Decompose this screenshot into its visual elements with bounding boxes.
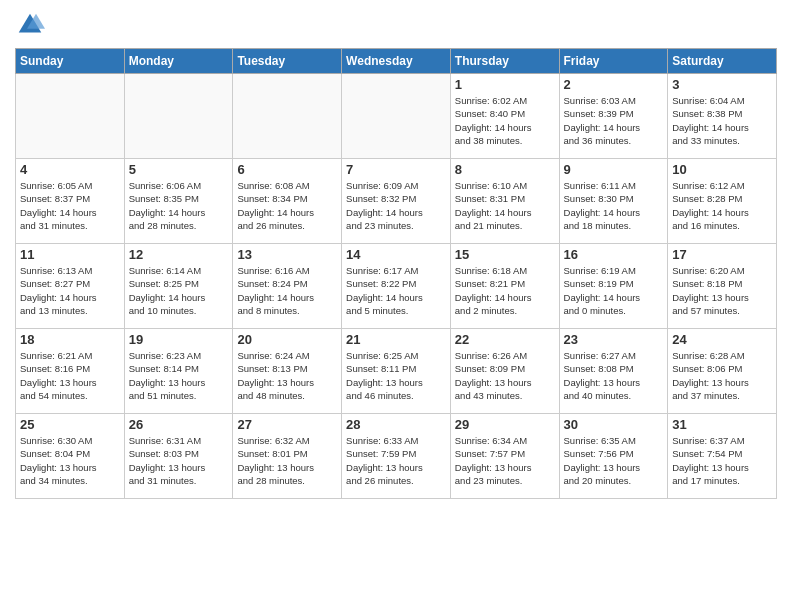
day-info: Sunrise: 6:26 AM Sunset: 8:09 PM Dayligh…: [455, 349, 555, 402]
calendar-cell: 12Sunrise: 6:14 AM Sunset: 8:25 PM Dayli…: [124, 244, 233, 329]
day-info: Sunrise: 6:04 AM Sunset: 8:38 PM Dayligh…: [672, 94, 772, 147]
calendar-cell: 24Sunrise: 6:28 AM Sunset: 8:06 PM Dayli…: [668, 329, 777, 414]
day-number: 22: [455, 332, 555, 347]
day-info: Sunrise: 6:08 AM Sunset: 8:34 PM Dayligh…: [237, 179, 337, 232]
day-number: 11: [20, 247, 120, 262]
day-number: 31: [672, 417, 772, 432]
day-number: 8: [455, 162, 555, 177]
day-number: 27: [237, 417, 337, 432]
day-number: 19: [129, 332, 229, 347]
calendar-cell: 28Sunrise: 6:33 AM Sunset: 7:59 PM Dayli…: [342, 414, 451, 499]
day-info: Sunrise: 6:18 AM Sunset: 8:21 PM Dayligh…: [455, 264, 555, 317]
day-info: Sunrise: 6:12 AM Sunset: 8:28 PM Dayligh…: [672, 179, 772, 232]
day-number: 9: [564, 162, 664, 177]
calendar-cell: 1Sunrise: 6:02 AM Sunset: 8:40 PM Daylig…: [450, 74, 559, 159]
day-number: 7: [346, 162, 446, 177]
calendar-week-5: 25Sunrise: 6:30 AM Sunset: 8:04 PM Dayli…: [16, 414, 777, 499]
calendar-cell: 27Sunrise: 6:32 AM Sunset: 8:01 PM Dayli…: [233, 414, 342, 499]
calendar-cell: [342, 74, 451, 159]
day-info: Sunrise: 6:10 AM Sunset: 8:31 PM Dayligh…: [455, 179, 555, 232]
day-number: 16: [564, 247, 664, 262]
day-header-monday: Monday: [124, 49, 233, 74]
calendar-cell: [124, 74, 233, 159]
calendar-cell: 15Sunrise: 6:18 AM Sunset: 8:21 PM Dayli…: [450, 244, 559, 329]
calendar-cell: 3Sunrise: 6:04 AM Sunset: 8:38 PM Daylig…: [668, 74, 777, 159]
day-info: Sunrise: 6:11 AM Sunset: 8:30 PM Dayligh…: [564, 179, 664, 232]
day-number: 17: [672, 247, 772, 262]
calendar-cell: 30Sunrise: 6:35 AM Sunset: 7:56 PM Dayli…: [559, 414, 668, 499]
day-number: 25: [20, 417, 120, 432]
header-row: SundayMondayTuesdayWednesdayThursdayFrid…: [16, 49, 777, 74]
calendar-week-2: 4Sunrise: 6:05 AM Sunset: 8:37 PM Daylig…: [16, 159, 777, 244]
calendar-cell: 5Sunrise: 6:06 AM Sunset: 8:35 PM Daylig…: [124, 159, 233, 244]
calendar-cell: [16, 74, 125, 159]
calendar-table: SundayMondayTuesdayWednesdayThursdayFrid…: [15, 48, 777, 499]
calendar-cell: 2Sunrise: 6:03 AM Sunset: 8:39 PM Daylig…: [559, 74, 668, 159]
calendar-week-1: 1Sunrise: 6:02 AM Sunset: 8:40 PM Daylig…: [16, 74, 777, 159]
day-info: Sunrise: 6:37 AM Sunset: 7:54 PM Dayligh…: [672, 434, 772, 487]
calendar-cell: 21Sunrise: 6:25 AM Sunset: 8:11 PM Dayli…: [342, 329, 451, 414]
day-number: 24: [672, 332, 772, 347]
day-info: Sunrise: 6:14 AM Sunset: 8:25 PM Dayligh…: [129, 264, 229, 317]
calendar-cell: 9Sunrise: 6:11 AM Sunset: 8:30 PM Daylig…: [559, 159, 668, 244]
day-header-friday: Friday: [559, 49, 668, 74]
day-info: Sunrise: 6:30 AM Sunset: 8:04 PM Dayligh…: [20, 434, 120, 487]
day-number: 6: [237, 162, 337, 177]
calendar-cell: 10Sunrise: 6:12 AM Sunset: 8:28 PM Dayli…: [668, 159, 777, 244]
day-info: Sunrise: 6:27 AM Sunset: 8:08 PM Dayligh…: [564, 349, 664, 402]
day-number: 13: [237, 247, 337, 262]
day-header-thursday: Thursday: [450, 49, 559, 74]
calendar-cell: [233, 74, 342, 159]
calendar-cell: 18Sunrise: 6:21 AM Sunset: 8:16 PM Dayli…: [16, 329, 125, 414]
day-number: 5: [129, 162, 229, 177]
calendar-cell: 6Sunrise: 6:08 AM Sunset: 8:34 PM Daylig…: [233, 159, 342, 244]
logo-icon: [15, 10, 45, 40]
calendar-cell: 14Sunrise: 6:17 AM Sunset: 8:22 PM Dayli…: [342, 244, 451, 329]
day-number: 21: [346, 332, 446, 347]
day-number: 4: [20, 162, 120, 177]
calendar-cell: 31Sunrise: 6:37 AM Sunset: 7:54 PM Dayli…: [668, 414, 777, 499]
day-number: 28: [346, 417, 446, 432]
calendar-cell: 20Sunrise: 6:24 AM Sunset: 8:13 PM Dayli…: [233, 329, 342, 414]
day-info: Sunrise: 6:34 AM Sunset: 7:57 PM Dayligh…: [455, 434, 555, 487]
calendar-cell: 29Sunrise: 6:34 AM Sunset: 7:57 PM Dayli…: [450, 414, 559, 499]
day-info: Sunrise: 6:21 AM Sunset: 8:16 PM Dayligh…: [20, 349, 120, 402]
calendar-cell: 22Sunrise: 6:26 AM Sunset: 8:09 PM Dayli…: [450, 329, 559, 414]
calendar-cell: 7Sunrise: 6:09 AM Sunset: 8:32 PM Daylig…: [342, 159, 451, 244]
calendar-week-3: 11Sunrise: 6:13 AM Sunset: 8:27 PM Dayli…: [16, 244, 777, 329]
day-number: 18: [20, 332, 120, 347]
day-info: Sunrise: 6:17 AM Sunset: 8:22 PM Dayligh…: [346, 264, 446, 317]
day-info: Sunrise: 6:23 AM Sunset: 8:14 PM Dayligh…: [129, 349, 229, 402]
day-header-tuesday: Tuesday: [233, 49, 342, 74]
day-info: Sunrise: 6:06 AM Sunset: 8:35 PM Dayligh…: [129, 179, 229, 232]
header: [15, 10, 777, 40]
day-info: Sunrise: 6:13 AM Sunset: 8:27 PM Dayligh…: [20, 264, 120, 317]
day-info: Sunrise: 6:32 AM Sunset: 8:01 PM Dayligh…: [237, 434, 337, 487]
calendar-cell: 23Sunrise: 6:27 AM Sunset: 8:08 PM Dayli…: [559, 329, 668, 414]
calendar-week-4: 18Sunrise: 6:21 AM Sunset: 8:16 PM Dayli…: [16, 329, 777, 414]
day-number: 2: [564, 77, 664, 92]
day-number: 1: [455, 77, 555, 92]
calendar-cell: 11Sunrise: 6:13 AM Sunset: 8:27 PM Dayli…: [16, 244, 125, 329]
day-number: 20: [237, 332, 337, 347]
day-number: 14: [346, 247, 446, 262]
day-number: 29: [455, 417, 555, 432]
day-info: Sunrise: 6:02 AM Sunset: 8:40 PM Dayligh…: [455, 94, 555, 147]
day-header-sunday: Sunday: [16, 49, 125, 74]
calendar-cell: 4Sunrise: 6:05 AM Sunset: 8:37 PM Daylig…: [16, 159, 125, 244]
day-info: Sunrise: 6:16 AM Sunset: 8:24 PM Dayligh…: [237, 264, 337, 317]
day-info: Sunrise: 6:03 AM Sunset: 8:39 PM Dayligh…: [564, 94, 664, 147]
day-number: 23: [564, 332, 664, 347]
day-header-saturday: Saturday: [668, 49, 777, 74]
day-info: Sunrise: 6:05 AM Sunset: 8:37 PM Dayligh…: [20, 179, 120, 232]
day-info: Sunrise: 6:19 AM Sunset: 8:19 PM Dayligh…: [564, 264, 664, 317]
day-info: Sunrise: 6:20 AM Sunset: 8:18 PM Dayligh…: [672, 264, 772, 317]
day-number: 30: [564, 417, 664, 432]
calendar-cell: 16Sunrise: 6:19 AM Sunset: 8:19 PM Dayli…: [559, 244, 668, 329]
calendar-cell: 13Sunrise: 6:16 AM Sunset: 8:24 PM Dayli…: [233, 244, 342, 329]
day-info: Sunrise: 6:31 AM Sunset: 8:03 PM Dayligh…: [129, 434, 229, 487]
page-container: SundayMondayTuesdayWednesdayThursdayFrid…: [0, 0, 792, 509]
day-number: 15: [455, 247, 555, 262]
calendar-header: SundayMondayTuesdayWednesdayThursdayFrid…: [16, 49, 777, 74]
day-number: 3: [672, 77, 772, 92]
